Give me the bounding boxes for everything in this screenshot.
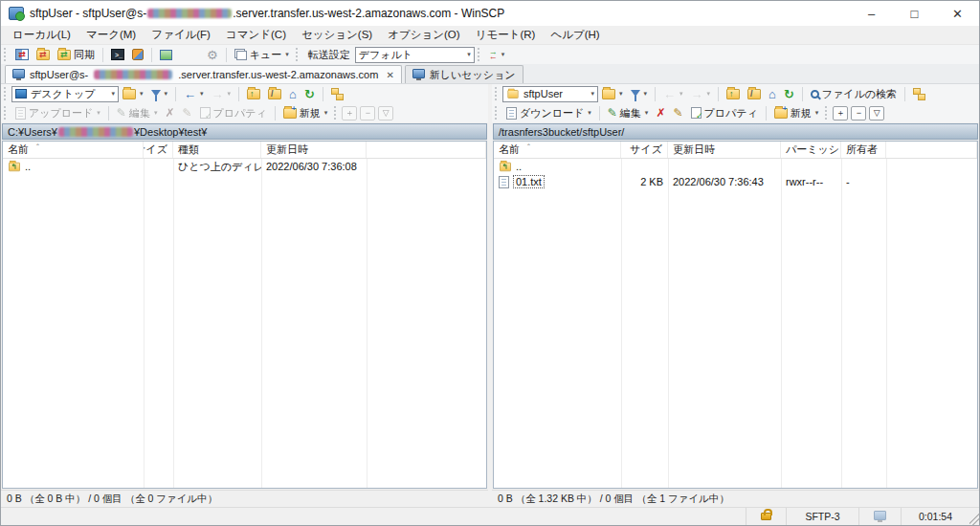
menu-session[interactable]: セッション(S) (294, 26, 380, 44)
local-file-toolbar: アップロード▾ ✎編集▾ ✗ ✎ プロパティ +新規▾ ＋ − ▽ (1, 103, 488, 122)
remote-delete-button[interactable]: ✗ (652, 105, 669, 121)
toolbar-grip[interactable] (296, 48, 301, 61)
column-gridline (621, 159, 622, 488)
transfer-settings-select[interactable]: デフォルト ▾ (355, 47, 475, 63)
open-terminal-button[interactable]: >_ (107, 47, 128, 62)
remote-column-name[interactable]: 名前ˆ (494, 142, 621, 158)
remote-select-add-button[interactable]: ＋ (833, 106, 848, 121)
local-new-button[interactable]: +新規▾ (279, 104, 332, 122)
local-home-directory-button[interactable]: ⌂ (285, 86, 301, 102)
local-delete-button[interactable]: ✗ (161, 105, 178, 121)
remote-edit-button[interactable]: ✎編集▾ (604, 104, 653, 122)
remote-rename-button[interactable]: ✎ (669, 105, 686, 121)
menu-options[interactable]: オプション(O) (380, 26, 467, 44)
close-session-icon[interactable]: ✕ (386, 70, 393, 80)
resize-grip[interactable] (969, 508, 979, 525)
remote-drive-select[interactable]: sftpUser ▾ (502, 86, 598, 102)
remote-root-directory-button[interactable]: / (744, 87, 765, 101)
synchronize-button[interactable]: ⇄同期 (54, 46, 99, 64)
menu-remote[interactable]: リモート(R) (468, 26, 544, 44)
menu-mark[interactable]: マーク(M) (78, 26, 144, 44)
remote-select-remove-button[interactable]: − (851, 106, 866, 121)
protocol-cell[interactable]: SFTP-3 (786, 508, 858, 525)
local-column-name[interactable]: 名前ˆ (3, 142, 144, 158)
local-column-size[interactable]: サイズ (144, 142, 173, 158)
menu-local[interactable]: ローカル(L) (5, 26, 78, 44)
remote-properties-button[interactable]: プロパティ (687, 104, 762, 122)
remote-forward-button[interactable]: →▾ (687, 86, 715, 102)
local-tree-button[interactable] (327, 86, 347, 101)
remote-parent-directory-button[interactable]: ↑ (723, 87, 744, 101)
row-modified-cell (668, 159, 781, 174)
upload-button[interactable]: アップロード▾ (11, 104, 104, 122)
remote-column-owner[interactable]: 所有者 (841, 142, 886, 158)
download-button[interactable]: ダウンロード▾ (502, 104, 595, 122)
local-root-directory-button[interactable]: / (264, 87, 285, 101)
toolbar-grip[interactable] (825, 106, 830, 120)
encryption-status-cell[interactable] (746, 508, 786, 525)
menu-command[interactable]: コマンド(C) (218, 26, 294, 44)
local-column-modified[interactable]: 更新日時 (261, 142, 367, 158)
local-properties-button[interactable]: プロパティ (196, 104, 271, 122)
custom-commands-button[interactable] (128, 47, 147, 62)
new-window-button[interactable] (156, 48, 176, 62)
toolbar-grip[interactable] (4, 87, 9, 100)
toolbar-grip[interactable] (334, 106, 339, 120)
toolbar-grip[interactable] (4, 48, 9, 61)
compare-directories-button[interactable] (11, 47, 33, 62)
local-list-empty-area[interactable] (3, 174, 486, 488)
local-open-directory-button[interactable]: ▾ (119, 87, 147, 101)
local-parent-directory-button[interactable]: ↑ (243, 87, 264, 101)
new-session-tab[interactable]: 新しいセッション (405, 65, 523, 83)
remote-column-permissions[interactable]: パーミッション (781, 142, 841, 158)
remote-path-bar[interactable]: /trasnfers3bucket/sftpUser/ (493, 123, 978, 140)
local-select-filter-button[interactable]: ▽ (378, 106, 393, 121)
local-forward-button[interactable]: →▾ (208, 86, 235, 102)
remote-select-filter-button[interactable]: ▽ (869, 106, 884, 121)
minimize-button[interactable]: – (850, 1, 893, 26)
connection-status-cell[interactable] (858, 508, 901, 525)
session-duration-cell: 0:01:54 (901, 508, 969, 525)
toolbar-grip[interactable] (495, 87, 500, 100)
local-select-add-button[interactable]: ＋ (342, 106, 357, 121)
local-row-parent-dir[interactable]: ↰.. ひとつ上のディレクトリ 2022/06/30 7:36:08 (3, 159, 486, 174)
toolbar-grip[interactable] (495, 106, 500, 120)
menu-file[interactable]: ファイル(F) (144, 26, 218, 44)
preferences-button[interactable]: ⚙ (203, 46, 222, 64)
transfer-settings-value: デフォルト (359, 48, 412, 62)
remote-filter-button[interactable]: ▾ (627, 88, 652, 99)
find-files-button[interactable]: ファイルの検索 (807, 85, 901, 103)
local-edit-button[interactable]: ✎編集▾ (113, 104, 162, 122)
desktop-icon (15, 89, 27, 99)
toolbar-grip[interactable] (478, 48, 482, 61)
synchronize-browsing-button[interactable]: ⇄ (33, 48, 54, 62)
toolbar-grip[interactable] (4, 106, 9, 120)
remote-back-button[interactable]: ←▾ (659, 86, 687, 102)
local-drive-select[interactable]: デスクトップ ▾ (11, 86, 119, 102)
local-rename-button[interactable]: ✎ (178, 105, 195, 121)
local-select-remove-button[interactable]: − (360, 106, 375, 121)
remote-column-size[interactable]: サイズ (621, 142, 668, 158)
remote-new-button[interactable]: +新規▾ (770, 104, 823, 122)
remote-column-modified[interactable]: 更新日時 (668, 142, 781, 158)
remote-row-file-01txt[interactable]: 01.txt 2 KB 2022/06/30 7:36:43 rwxr--r--… (494, 174, 977, 189)
local-filter-button[interactable]: ▾ (147, 88, 172, 99)
local-back-button[interactable]: ←▾ (180, 86, 208, 102)
session-tab-active[interactable]: sftpUser@s- .server.transfer.us-west-2.a… (5, 65, 402, 83)
transfer-options-button[interactable]: →←▾ (485, 48, 509, 61)
maximize-button[interactable]: □ (893, 1, 936, 26)
remote-list-empty-area[interactable] (494, 189, 977, 488)
close-button[interactable]: ✕ (936, 1, 979, 26)
queue-button[interactable]: キュー▾ (231, 46, 293, 64)
local-path-bar[interactable]: C:¥Users¥ ¥Desktop¥test¥ (2, 123, 487, 140)
queue-label: キュー (250, 48, 282, 62)
menu-help[interactable]: ヘルプ(H) (543, 26, 607, 44)
remote-row-parent-dir[interactable]: ↰.. (494, 159, 977, 174)
remote-tree-button[interactable] (909, 86, 929, 101)
remote-refresh-button[interactable]: ↻ (780, 86, 798, 102)
winscp-app-icon (9, 7, 24, 20)
remote-open-directory-button[interactable]: ▾ (598, 87, 627, 101)
remote-home-directory-button[interactable]: ⌂ (765, 86, 780, 102)
local-column-type[interactable]: 種類 (173, 142, 261, 158)
local-refresh-button[interactable]: ↻ (301, 86, 319, 102)
